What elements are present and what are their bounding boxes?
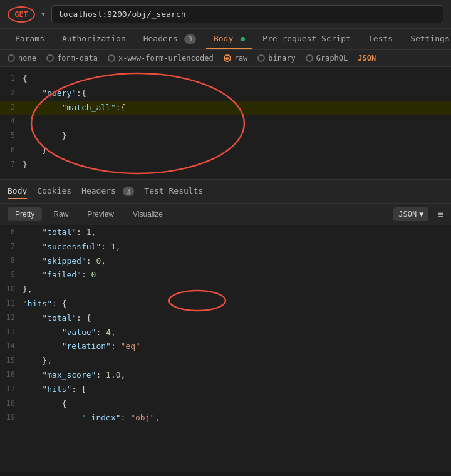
resp-tab-body[interactable]: Body — [8, 184, 27, 199]
resp-line-7: 7 "successful": 1, — [0, 240, 451, 254]
response-body-wrapper: 6 "total": 1, 7 "successful": 1, 8 "skip… — [0, 225, 451, 472]
radio-raw[interactable]: raw — [224, 54, 248, 63]
resp-tab-headers[interactable]: Headers 3 — [81, 184, 134, 199]
editor-line-2: 2 "query":{ — [0, 86, 451, 101]
method-badge[interactable]: GET — [8, 6, 35, 23]
format-row: Pretty Raw Preview Visualize JSON ▼ ≡ — [0, 204, 451, 225]
tab-body[interactable]: Body — [206, 29, 252, 49]
request-tabs: Params Authorization Headers 9 Body Pre-… — [0, 29, 451, 50]
resp-line-19: 19 "_index": "obj", — [0, 411, 451, 425]
json-format-select[interactable]: JSON ▼ — [393, 207, 428, 221]
url-input[interactable] — [51, 5, 443, 23]
radio-binary[interactable]: binary — [257, 54, 295, 63]
resp-line-8: 8 "skipped": 0, — [0, 254, 451, 269]
resp-tab-cookies[interactable]: Cookies — [37, 184, 71, 199]
radio-circle-raw — [224, 54, 231, 62]
headers-badge: 9 — [184, 34, 196, 44]
wrap-icon[interactable]: ≡ — [437, 209, 443, 220]
resp-line-6: 6 "total": 1, — [0, 225, 451, 240]
tab-params[interactable]: Params — [8, 29, 52, 49]
resp-headers-badge: 3 — [123, 187, 135, 196]
radio-circle-binary — [257, 54, 265, 62]
resp-line-17: 17 "hits": [ — [0, 383, 451, 397]
tab-headers[interactable]: Headers 9 — [136, 29, 204, 49]
resp-line-15: 15 }, — [0, 354, 451, 368]
radio-circle-form-data — [46, 54, 54, 62]
json-label[interactable]: JSON — [358, 54, 376, 63]
resp-line-11: 11 "hits": { — [0, 297, 451, 311]
resp-line-18: 18 { — [0, 397, 451, 411]
tab-settings[interactable]: Settings — [403, 29, 451, 49]
editor-line-5: 5 } — [0, 129, 451, 143]
method-dropdown-arrow[interactable]: ▼ — [41, 11, 45, 18]
body-type-row: none form-data x-www-form-urlencoded raw… — [0, 50, 451, 67]
response-body[interactable]: 6 "total": 1, 7 "successful": 1, 8 "skip… — [0, 225, 451, 472]
radio-form-data[interactable]: form-data — [46, 54, 98, 63]
resp-line-13: 13 "value": 4, — [0, 326, 451, 340]
response-tabs: Body Cookies Headers 3 Test Results — [0, 180, 451, 204]
radio-circle-urlencoded — [108, 54, 115, 62]
btn-pretty[interactable]: Pretty — [8, 207, 42, 221]
btn-visualize[interactable]: Visualize — [125, 207, 170, 221]
resp-line-9: 9 "failed": 0 — [0, 268, 451, 282]
resp-line-14: 14 "relation": "eq" — [0, 339, 451, 354]
radio-circle-none — [8, 54, 15, 62]
btn-preview[interactable]: Preview — [80, 207, 122, 221]
radio-none[interactable]: none — [8, 54, 36, 63]
resp-line-16: 16 "max_score": 1.0, — [0, 368, 451, 383]
tab-prerequest[interactable]: Pre-request Script — [255, 29, 358, 49]
editor-line-6: 6 } — [0, 143, 451, 158]
body-dot — [241, 37, 245, 41]
tab-tests[interactable]: Tests — [361, 29, 400, 49]
radio-urlencoded[interactable]: x-www-form-urlencoded — [108, 54, 214, 63]
request-code-editor: 1 { 2 "query":{ 3 "match_all":{ 4 5 } 6 … — [0, 67, 451, 180]
editor-line-3: 3 "match_all":{ — [0, 101, 451, 115]
editor-line-7: 7 } — [0, 158, 451, 172]
top-bar: GET ▼ — [0, 0, 451, 29]
editor-line-1: 1 { — [0, 72, 451, 86]
radio-graphql[interactable]: GraphQL — [306, 54, 348, 63]
editor-line-4: 4 — [0, 115, 451, 129]
resp-line-10: 10 }, — [0, 282, 451, 297]
tab-authorization[interactable]: Authorization — [54, 29, 133, 49]
resp-tab-test-results[interactable]: Test Results — [144, 184, 203, 199]
radio-circle-graphql — [306, 54, 313, 62]
resp-line-12: 12 "total": { — [0, 311, 451, 326]
btn-raw[interactable]: Raw — [46, 207, 76, 221]
chevron-down-icon: ▼ — [419, 210, 423, 219]
